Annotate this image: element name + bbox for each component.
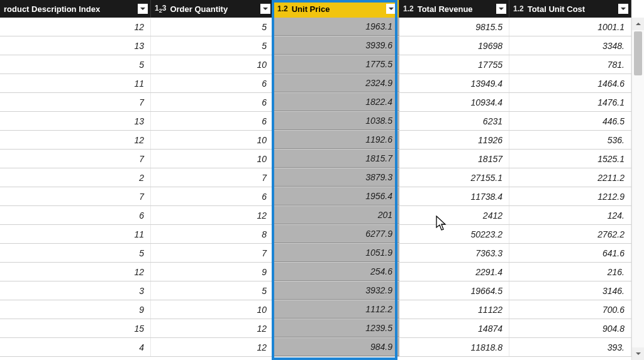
- table-cell[interactable]: 2291.4: [399, 263, 509, 281]
- table-cell[interactable]: 781.: [509, 55, 631, 74]
- table-cell[interactable]: 1963.1: [274, 18, 399, 36]
- table-cell[interactable]: 11818.8: [399, 338, 509, 356]
- table-cell[interactable]: 12: [151, 206, 274, 224]
- table-cell[interactable]: 2762.2: [509, 225, 631, 243]
- table-cell[interactable]: 1112.2: [274, 300, 399, 319]
- scroll-up-arrow[interactable]: [632, 18, 644, 30]
- table-cell[interactable]: 12: [0, 18, 151, 36]
- table-cell[interactable]: 201: [274, 206, 399, 224]
- table-cell[interactable]: 7: [0, 150, 151, 168]
- table-cell[interactable]: 1192.6: [274, 131, 399, 149]
- table-cell[interactable]: 12: [0, 131, 151, 149]
- table-cell[interactable]: 1815.7: [274, 150, 399, 168]
- table-cell[interactable]: 984.9: [274, 338, 399, 356]
- table-row[interactable]: 761956.411738.41212.9: [0, 187, 644, 206]
- table-cell[interactable]: 11122: [399, 300, 509, 319]
- table-cell[interactable]: 254.6: [274, 263, 399, 281]
- table-cell[interactable]: 216.: [509, 263, 631, 281]
- column-filter-dropdown[interactable]: [496, 4, 506, 14]
- table-cell[interactable]: 13: [0, 112, 151, 130]
- table-cell[interactable]: 2412: [399, 206, 509, 224]
- table-cell[interactable]: 904.8: [509, 319, 631, 337]
- table-cell[interactable]: 12: [0, 263, 151, 281]
- table-cell[interactable]: 1212.9: [509, 187, 631, 205]
- table-row[interactable]: 129254.62291.4216.: [0, 263, 644, 281]
- table-cell[interactable]: 5: [0, 55, 151, 74]
- table-cell[interactable]: 1476.1: [509, 93, 631, 111]
- table-cell[interactable]: 7: [151, 244, 274, 262]
- column-header[interactable]: 1.2Total Unit Cost: [509, 0, 631, 18]
- table-cell[interactable]: 3939.6: [274, 36, 399, 55]
- table-cell[interactable]: 1051.9: [274, 244, 399, 262]
- table-row[interactable]: 9101112.211122700.6: [0, 300, 644, 319]
- table-cell[interactable]: 9: [0, 300, 151, 319]
- column-filter-dropdown[interactable]: [260, 4, 270, 14]
- table-cell[interactable]: 6: [151, 112, 274, 130]
- table-cell[interactable]: 6: [151, 187, 274, 205]
- column-filter-dropdown[interactable]: [386, 4, 396, 14]
- table-cell[interactable]: 1038.5: [274, 112, 399, 130]
- table-row[interactable]: 7101815.7181571525.1: [0, 150, 644, 168]
- table-cell[interactable]: 1822.4: [274, 93, 399, 111]
- vertical-scrollbar[interactable]: [631, 18, 644, 360]
- table-cell[interactable]: 5: [151, 36, 274, 55]
- scroll-thumb[interactable]: [634, 31, 642, 75]
- scroll-down-arrow[interactable]: [632, 347, 644, 360]
- table-cell[interactable]: 7: [0, 187, 151, 205]
- table-cell[interactable]: 1525.1: [509, 150, 631, 168]
- table-row[interactable]: 1186277.950223.22762.2: [0, 225, 644, 244]
- table-row[interactable]: 1361038.56231446.5: [0, 112, 644, 131]
- table-row[interactable]: 5101775.517755781.: [0, 55, 644, 74]
- table-cell[interactable]: 8: [151, 225, 274, 243]
- table-cell[interactable]: 1464.6: [509, 74, 631, 92]
- table-cell[interactable]: 5: [0, 244, 151, 262]
- table-cell[interactable]: 19664.5: [399, 281, 509, 300]
- table-row[interactable]: 1162324.913949.41464.6: [0, 74, 644, 93]
- table-cell[interactable]: 6277.9: [274, 225, 399, 243]
- table-row[interactable]: 15121239.514874904.8: [0, 319, 644, 338]
- table-row[interactable]: 353932.919664.53146.: [0, 281, 644, 300]
- table-cell[interactable]: 536.: [509, 131, 631, 149]
- table-cell[interactable]: 7363.3: [399, 244, 509, 262]
- table-cell[interactable]: 9: [151, 263, 274, 281]
- table-cell[interactable]: 1956.4: [274, 187, 399, 205]
- table-cell[interactable]: 10934.4: [399, 93, 509, 111]
- table-row[interactable]: 273879.327155.12211.2: [0, 168, 644, 187]
- table-cell[interactable]: 700.6: [509, 300, 631, 319]
- table-cell[interactable]: 641.6: [509, 244, 631, 262]
- table-cell[interactable]: 11: [0, 74, 151, 92]
- table-cell[interactable]: 27155.1: [399, 168, 509, 187]
- table-cell[interactable]: 6: [151, 74, 274, 92]
- table-cell[interactable]: 12: [151, 338, 274, 356]
- table-cell[interactable]: 19698: [399, 36, 509, 55]
- table-cell[interactable]: 7: [0, 93, 151, 111]
- table-cell[interactable]: 3146.: [509, 281, 631, 300]
- table-cell[interactable]: 12: [151, 319, 274, 337]
- table-cell[interactable]: 11926: [399, 131, 509, 149]
- table-row[interactable]: 6122012412124.: [0, 206, 644, 225]
- table-cell[interactable]: 10: [151, 300, 274, 319]
- table-cell[interactable]: 1775.5: [274, 55, 399, 74]
- column-header[interactable]: 1.2Total Revenue: [399, 0, 509, 18]
- table-row[interactable]: 1353939.6196983348.: [0, 36, 644, 55]
- table-cell[interactable]: 10: [151, 131, 274, 149]
- table-cell[interactable]: 10: [151, 55, 274, 74]
- table-row[interactable]: 1251963.19815.51001.1: [0, 18, 644, 36]
- column-header[interactable]: roduct Description Index: [0, 0, 151, 18]
- table-cell[interactable]: 13: [0, 36, 151, 55]
- table-cell[interactable]: 446.5: [509, 112, 631, 130]
- table-cell[interactable]: 10: [151, 150, 274, 168]
- table-cell[interactable]: 3348.: [509, 36, 631, 55]
- table-cell[interactable]: 11: [0, 225, 151, 243]
- table-row[interactable]: 761822.410934.41476.1: [0, 93, 644, 112]
- table-cell[interactable]: 3: [0, 281, 151, 300]
- table-cell[interactable]: 9815.5: [399, 18, 509, 36]
- table-cell[interactable]: 3932.9: [274, 281, 399, 300]
- table-cell[interactable]: 14874: [399, 319, 509, 337]
- table-cell[interactable]: 2: [0, 168, 151, 187]
- table-cell[interactable]: 2211.2: [509, 168, 631, 187]
- table-row[interactable]: 571051.97363.3641.6: [0, 244, 644, 263]
- table-row[interactable]: 12101192.611926536.: [0, 131, 644, 150]
- table-cell[interactable]: 18157: [399, 150, 509, 168]
- table-cell[interactable]: 5: [151, 18, 274, 36]
